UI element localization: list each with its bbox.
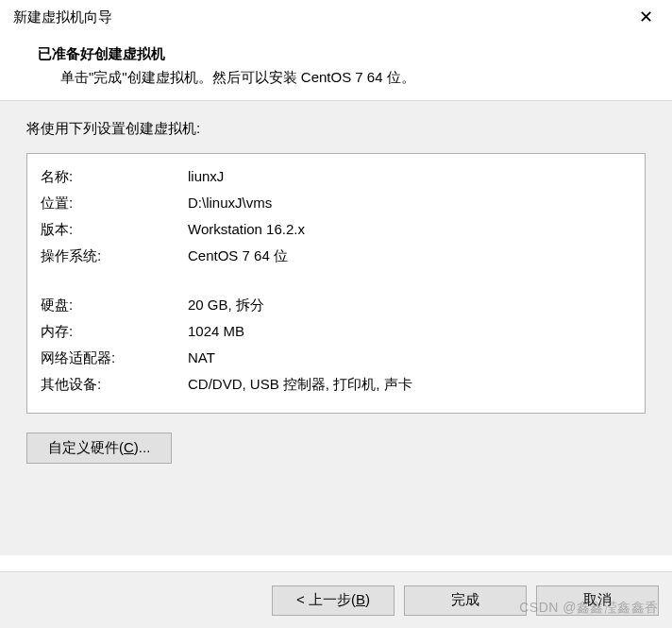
finish-button[interactable]: 完成 [404, 586, 527, 616]
back-button[interactable]: < 上一步(B) [272, 586, 395, 616]
settings-value: liunxJ [188, 163, 631, 190]
settings-box: 名称: liunxJ 位置: D:\linuxJ\vms 版本: Worksta… [26, 153, 646, 414]
customize-hardware-button[interactable]: 自定义硬件(C)... [26, 433, 172, 464]
prompt-text: 将使用下列设置创建虚拟机: [26, 120, 646, 138]
settings-value: 1024 MB [188, 318, 631, 345]
content-section: 将使用下列设置创建虚拟机: 名称: liunxJ 位置: D:\linuxJ\v… [0, 101, 672, 555]
settings-label: 内存: [41, 318, 188, 345]
page-title: 已准备好创建虚拟机 [38, 45, 659, 63]
close-icon[interactable]: ✕ [633, 7, 659, 27]
cancel-button[interactable]: 取消 [536, 586, 659, 616]
settings-label: 位置: [41, 190, 188, 216]
settings-row: 操作系统: CentOS 7 64 位 [41, 243, 631, 269]
settings-label: 网络适配器: [41, 345, 188, 371]
settings-row: 网络适配器: NAT [41, 345, 631, 371]
settings-value: CD/DVD, USB 控制器, 打印机, 声卡 [188, 371, 631, 398]
settings-label: 其他设备: [41, 371, 188, 398]
window-title: 新建虚拟机向导 [13, 8, 112, 26]
settings-value: 20 GB, 拆分 [188, 292, 631, 318]
settings-value: NAT [188, 345, 631, 371]
settings-row: 内存: 1024 MB [41, 318, 631, 345]
settings-row: 硬盘: 20 GB, 拆分 [41, 292, 631, 318]
settings-label: 硬盘: [41, 292, 188, 318]
header-section: 已准备好创建虚拟机 单击"完成"创建虚拟机。然后可以安装 CentOS 7 64… [0, 34, 672, 100]
settings-value: CentOS 7 64 位 [188, 243, 631, 269]
settings-row: 版本: Workstation 16.2.x [41, 216, 631, 243]
settings-gap [41, 269, 631, 292]
settings-row: 位置: D:\linuxJ\vms [41, 190, 631, 216]
settings-label: 版本: [41, 216, 188, 243]
settings-row: 其他设备: CD/DVD, USB 控制器, 打印机, 声卡 [41, 371, 631, 398]
footer-bar: < 上一步(B) 完成 取消 [0, 571, 672, 628]
settings-value: D:\linuxJ\vms [188, 190, 631, 216]
settings-value: Workstation 16.2.x [188, 216, 631, 243]
title-bar: 新建虚拟机向导 ✕ [0, 0, 672, 34]
settings-row: 名称: liunxJ [41, 163, 631, 190]
settings-label: 名称: [41, 163, 188, 190]
page-subtitle: 单击"完成"创建虚拟机。然后可以安装 CentOS 7 64 位。 [38, 69, 659, 87]
settings-label: 操作系统: [41, 243, 188, 269]
